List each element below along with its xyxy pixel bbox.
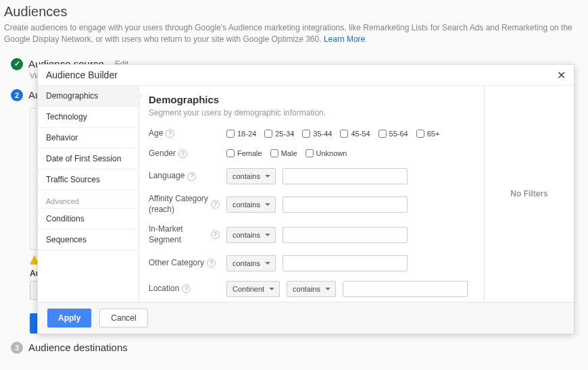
age-option-18-24[interactable]: 18-24 xyxy=(226,130,256,138)
label-gender-text: Gender xyxy=(149,149,176,159)
gender-label-unknown: Unknown xyxy=(316,149,347,157)
nav-group-advanced: Advanced xyxy=(38,190,139,209)
nav-item-technology[interactable]: Technology xyxy=(38,107,139,128)
affinity-match-select[interactable]: contains xyxy=(226,196,276,213)
label-language: Language ? xyxy=(149,171,220,182)
help-icon[interactable]: ? xyxy=(207,259,216,267)
label-inmarket-text: In-Market Segment xyxy=(149,224,208,245)
age-label-18-24: 18-24 xyxy=(237,130,256,138)
gender-label-male: Male xyxy=(281,149,297,157)
apply-button[interactable]: Apply xyxy=(47,309,91,327)
language-match-value: contains xyxy=(232,172,260,180)
label-inmarket: In-Market Segment ? xyxy=(149,224,220,245)
nav-item-sequences[interactable]: Sequences xyxy=(38,230,139,250)
gender-checkbox-unknown[interactable] xyxy=(305,149,314,157)
nav-item-traffic-sources[interactable]: Traffic Sources xyxy=(38,169,139,190)
row-gender: Gender ? Female Male Unknown xyxy=(149,149,474,159)
nav-item-date-first-session[interactable]: Date of First Session xyxy=(38,149,139,169)
demographics-panel: Demographics Segment your users by demog… xyxy=(139,86,485,302)
age-option-45-54[interactable]: 45-54 xyxy=(340,130,370,138)
no-filters-text: No Filters xyxy=(510,189,547,199)
modal-footer: Apply Cancel xyxy=(38,302,574,334)
age-label-25-34: 25-34 xyxy=(275,130,294,138)
close-icon[interactable]: ✕ xyxy=(555,69,567,81)
inmarket-match-value: contains xyxy=(232,231,260,239)
age-checkbox-18-24[interactable] xyxy=(226,130,235,138)
location-match-value: contains xyxy=(293,285,320,293)
help-icon[interactable]: ? xyxy=(187,172,196,181)
language-match-select[interactable]: contains xyxy=(226,168,276,184)
age-label-35-44: 35-44 xyxy=(313,130,332,138)
age-option-65plus[interactable]: 65+ xyxy=(416,130,440,138)
age-label-55-64: 55-64 xyxy=(389,130,408,138)
gender-options: Female Male Unknown xyxy=(226,149,347,157)
modal-body: Demographics Technology Behavior Date of… xyxy=(38,86,574,302)
gender-checkbox-female[interactable] xyxy=(226,149,235,157)
label-gender: Gender ? xyxy=(149,149,220,159)
panel-subtext: Segment your users by demographic inform… xyxy=(149,108,474,117)
age-option-25-34[interactable]: 25-34 xyxy=(264,130,294,138)
age-checkbox-65plus[interactable] xyxy=(416,130,424,138)
inmarket-input[interactable] xyxy=(283,227,408,243)
row-other: Other Category ? contains xyxy=(149,255,474,271)
cancel-button[interactable]: Cancel xyxy=(99,309,147,327)
label-language-text: Language xyxy=(149,171,185,182)
label-location: Location ? xyxy=(149,284,220,294)
gender-option-female[interactable]: Female xyxy=(226,149,262,157)
help-icon[interactable]: ? xyxy=(182,284,191,293)
location-scope-value: Continent xyxy=(232,285,264,293)
affinity-match-value: contains xyxy=(232,201,260,209)
modal-header: Audience Builder ✕ xyxy=(38,65,574,86)
location-scope-select[interactable]: Continent xyxy=(226,281,280,297)
help-icon[interactable]: ? xyxy=(178,149,187,158)
nav-item-demographics[interactable]: Demographics xyxy=(38,86,139,107)
location-match-select[interactable]: contains xyxy=(287,281,336,297)
age-checkbox-45-54[interactable] xyxy=(340,130,348,138)
other-match-value: contains xyxy=(232,259,260,267)
label-age: Age ? xyxy=(149,128,220,139)
panel-heading: Demographics xyxy=(149,94,474,105)
nav-item-behavior[interactable]: Behavior xyxy=(38,128,139,149)
age-option-55-64[interactable]: 55-64 xyxy=(378,130,408,138)
other-input[interactable] xyxy=(283,255,408,271)
inmarket-match-select[interactable]: contains xyxy=(226,227,276,243)
row-affinity: Affinity Category (reach) ? contains xyxy=(149,194,474,215)
row-language: Language ? contains xyxy=(149,168,474,184)
label-other: Other Category ? xyxy=(149,258,220,269)
gender-label-female: Female xyxy=(237,149,262,157)
age-label-65plus: 65+ xyxy=(427,130,440,138)
location-input[interactable] xyxy=(343,281,468,297)
row-location: Location ? Continent contains xyxy=(149,281,474,297)
help-icon[interactable]: ? xyxy=(211,200,220,209)
row-age: Age ? 18-24 25-34 35-44 45-54 55-64 65+ xyxy=(149,128,474,139)
gender-option-male[interactable]: Male xyxy=(270,149,297,157)
label-affinity: Affinity Category (reach) ? xyxy=(149,194,220,215)
label-location-text: Location xyxy=(149,284,179,294)
language-input[interactable] xyxy=(283,168,408,184)
affinity-input[interactable] xyxy=(283,196,408,213)
label-affinity-text: Affinity Category (reach) xyxy=(149,194,208,215)
age-checkbox-55-64[interactable] xyxy=(378,130,387,138)
age-checkbox-25-34[interactable] xyxy=(264,130,272,138)
help-icon[interactable]: ? xyxy=(211,230,220,239)
age-checkbox-35-44[interactable] xyxy=(302,130,310,138)
label-age-text: Age xyxy=(149,128,163,139)
gender-checkbox-male[interactable] xyxy=(270,149,278,157)
nav-item-conditions[interactable]: Conditions xyxy=(38,209,139,230)
row-inmarket: In-Market Segment ? contains xyxy=(149,224,474,245)
help-icon[interactable]: ? xyxy=(166,129,174,138)
gender-option-unknown[interactable]: Unknown xyxy=(305,149,347,157)
age-label-45-54: 45-54 xyxy=(351,130,370,138)
audience-builder-modal: Audience Builder ✕ Demographics Technolo… xyxy=(37,64,574,334)
other-match-select[interactable]: contains xyxy=(226,255,276,271)
filters-summary-panel: No Filters xyxy=(485,86,574,302)
age-options: 18-24 25-34 35-44 45-54 55-64 65+ xyxy=(226,130,439,138)
modal-nav: Demographics Technology Behavior Date of… xyxy=(38,86,139,302)
age-option-35-44[interactable]: 35-44 xyxy=(302,130,332,138)
label-other-text: Other Category xyxy=(149,258,204,269)
modal-title: Audience Builder xyxy=(46,70,118,80)
